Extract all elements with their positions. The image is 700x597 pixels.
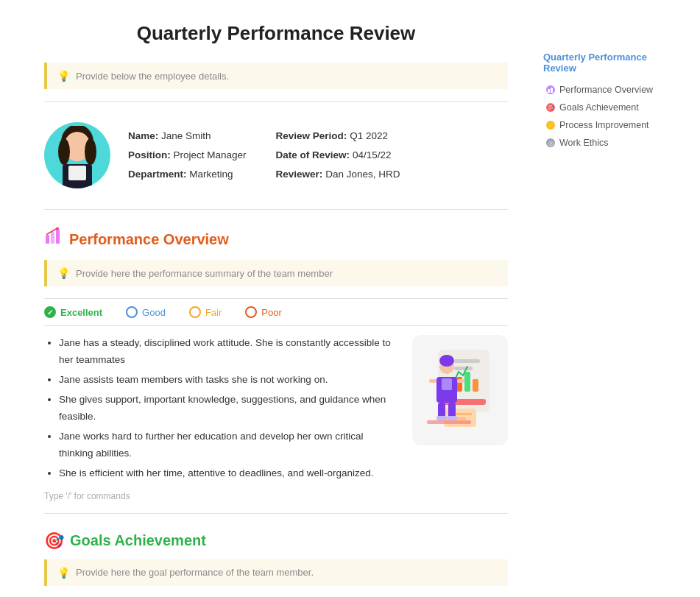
performance-section-header: Performance Overview (44, 227, 508, 251)
date-value: 04/15/22 (353, 149, 392, 160)
performance-content-area: Jane has a steady, disciplined work atti… (44, 335, 508, 485)
review-period-value: Q1 2022 (350, 130, 388, 141)
performance-icon (44, 227, 63, 251)
performance-title: Performance Overview (69, 231, 229, 248)
divider-1 (44, 101, 508, 102)
goals-hint-text: Provide here the goal performance of the… (76, 567, 314, 578)
svg-rect-29 (447, 416, 457, 420)
sidebar-item-ethics[interactable]: ◎ Work Ethics (543, 134, 680, 152)
sidebar-dot-ethics: ◎ (546, 138, 555, 147)
review-period-label: Review Period: (276, 130, 347, 141)
svg-rect-31 (548, 89, 550, 93)
sidebar-label-performance: Performance Overview (559, 85, 653, 95)
sidebar-item-process[interactable]: ⚡ Process Improvement (543, 116, 680, 134)
performance-bullets: Jane has a steady, disciplined work atti… (44, 335, 397, 485)
svg-rect-12 (454, 367, 473, 370)
svg-rect-7 (51, 232, 54, 244)
position-value: Project Manager (174, 149, 247, 160)
sidebar-item-goals[interactable]: 🎯 Goals Achievement (543, 99, 680, 116)
svg-rect-26 (438, 403, 445, 417)
sidebar-label-ethics: Work Ethics (559, 138, 608, 148)
svg-rect-6 (46, 235, 49, 244)
svg-rect-25 (457, 379, 464, 383)
divider-2 (44, 209, 508, 210)
radio-fair[interactable] (189, 306, 201, 318)
svg-rect-11 (454, 359, 480, 363)
svg-rect-23 (442, 378, 452, 390)
position-label: Position: (128, 149, 171, 160)
sidebar-dot-performance (546, 85, 555, 94)
page-layout: Quarterly Performance Review 💡 Provide b… (0, 0, 700, 597)
employee-name: Name: Jane Smith (128, 129, 247, 144)
employee-hint-text: Provide below the employee details. (76, 71, 229, 82)
goals-hint-box: 💡 Provide here the goal performance of t… (44, 559, 508, 586)
sidebar: Quarterly Performance Review Performance… (537, 0, 692, 597)
svg-rect-8 (56, 229, 60, 244)
info-col-left: Name: Jane Smith Position: Project Manag… (128, 129, 247, 183)
date-label: Date of Review: (276, 149, 350, 160)
page-title: Quarterly Performance Review (44, 22, 508, 45)
svg-point-4 (85, 138, 96, 165)
svg-rect-27 (448, 403, 456, 417)
svg-point-3 (58, 138, 70, 165)
label-fair: Fair (205, 307, 222, 318)
rating-good[interactable]: Good (126, 306, 166, 318)
sidebar-dot-goals: 🎯 (546, 103, 555, 112)
svg-rect-14 (464, 372, 470, 392)
bullet-item-3: She gives support, important knowledge, … (59, 392, 397, 425)
label-excellent: Excellent (60, 307, 102, 318)
radio-excellent[interactable] (44, 306, 56, 318)
performance-illustration (412, 335, 508, 445)
svg-rect-28 (436, 416, 447, 420)
avatar (44, 122, 110, 188)
reviewer-value: Dan Jones, HRD (325, 169, 400, 180)
department-label: Department: (128, 169, 187, 180)
employee-info: Name: Jane Smith Position: Project Manag… (44, 110, 508, 200)
svg-rect-15 (473, 379, 478, 392)
performance-hint-text: Provide here the performance summary of … (76, 268, 333, 279)
bullet-item-5: She is efficient with her time, attentiv… (59, 465, 397, 482)
goals-icon: 🎯 (44, 531, 64, 551)
goals-hint-icon: 💡 (57, 567, 70, 579)
sidebar-label-process: Process Improvement (559, 120, 649, 130)
bullet-list: Jane has a steady, disciplined work atti… (44, 335, 397, 482)
employee-position: Position: Project Manager (128, 148, 247, 163)
rating-excellent[interactable]: Excellent (44, 306, 102, 318)
label-poor: Poor (261, 307, 281, 318)
reviewer-label: Reviewer: (276, 169, 323, 180)
name-value: Jane Smith (161, 130, 211, 141)
goals-title: Goals Achievement (70, 532, 206, 549)
review-period: Review Period: Q1 2022 (276, 129, 400, 144)
main-content: Quarterly Performance Review 💡 Provide b… (0, 0, 537, 597)
goals-section-header: 🎯 Goals Achievement (44, 531, 508, 551)
rating-poor[interactable]: Poor (245, 306, 281, 318)
divider-3 (44, 513, 508, 514)
employee-department: Department: Marketing (128, 167, 247, 182)
bullet-item-4: Jane works hard to further her education… (59, 428, 397, 462)
sidebar-item-performance[interactable]: Performance Overview (543, 81, 680, 99)
department-value: Marketing (189, 169, 233, 180)
command-hint: Type '/' for commands (44, 485, 508, 504)
date-of-review: Date of Review: 04/15/22 (276, 148, 400, 163)
employee-hint-box: 💡 Provide below the employee details. (44, 63, 508, 89)
info-grid: Name: Jane Smith Position: Project Manag… (128, 129, 400, 183)
sidebar-label-goals: Goals Achievement (559, 102, 639, 113)
radio-good[interactable] (126, 306, 138, 318)
bullet-item-2: Jane assists team members with tasks she… (59, 372, 397, 389)
name-label: Name: (128, 130, 158, 141)
svg-rect-30 (427, 420, 471, 424)
radio-poor[interactable] (245, 306, 257, 318)
info-col-right: Review Period: Q1 2022 Date of Review: 0… (276, 129, 400, 183)
svg-rect-5 (68, 166, 86, 180)
svg-rect-24 (429, 379, 436, 383)
svg-rect-32 (551, 88, 553, 93)
rating-fair[interactable]: Fair (189, 306, 222, 318)
label-good: Good (142, 307, 166, 318)
sidebar-dot-process: ⚡ (546, 121, 555, 130)
rating-row: Excellent Good Fair Poor (44, 298, 508, 326)
performance-hint-box: 💡 Provide here the performance summary o… (44, 260, 508, 286)
hint-icon: 💡 (57, 70, 70, 82)
svg-point-21 (439, 355, 454, 367)
performance-hint-icon: 💡 (57, 267, 70, 279)
reviewer: Reviewer: Dan Jones, HRD (276, 167, 400, 182)
